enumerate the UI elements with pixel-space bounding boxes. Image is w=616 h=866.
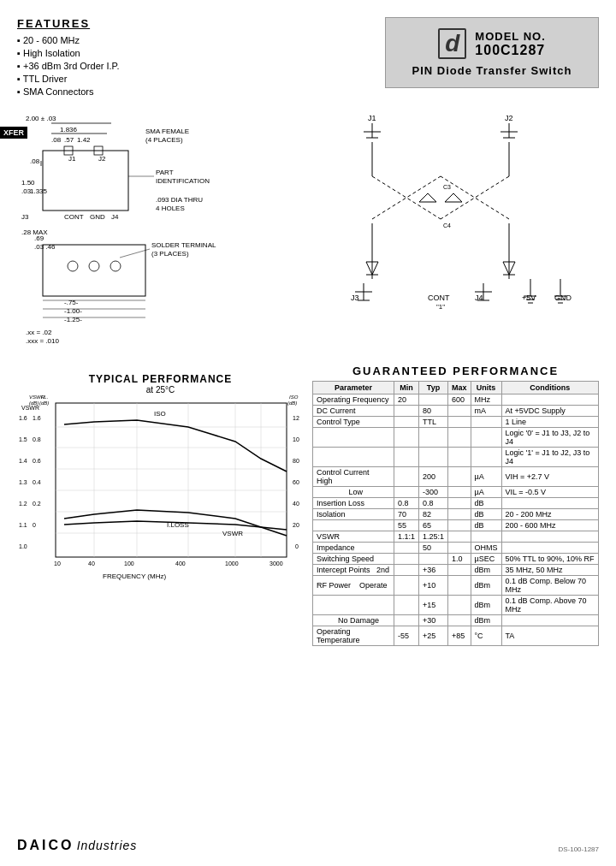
- svg-text:-1.00-: -1.00-: [64, 307, 82, 315]
- svg-text:(dB): (dB): [29, 400, 38, 406]
- product-name: PIN Diode Transfer Switch: [403, 64, 581, 77]
- svg-rect-29: [43, 245, 145, 296]
- svg-text:20: 20: [293, 522, 299, 528]
- svg-text:J2: J2: [505, 114, 513, 122]
- svg-text:C4: C4: [443, 222, 451, 228]
- svg-text:ISO: ISO: [289, 394, 299, 400]
- svg-text:0.2: 0.2: [33, 501, 41, 507]
- svg-text:100: 100: [293, 436, 299, 442]
- svg-text:1.335: 1.335: [30, 187, 48, 195]
- table-row: +15 dBm 0.1 dB Comp. Above 70 MHz: [313, 596, 599, 615]
- svg-text:(dB): (dB): [39, 400, 49, 406]
- svg-text:(4 PLACES): (4 PLACES): [145, 136, 183, 144]
- table-row: Operating Temperature -55 +25 +85 °C TA: [313, 626, 599, 646]
- guaranteed-title: GUARANTEED PERFORMANCE: [312, 365, 599, 377]
- svg-text:.xxx = .010: .xxx = .010: [26, 337, 59, 345]
- company-name: DAICO: [17, 838, 74, 852]
- svg-text:.57: .57: [64, 136, 74, 144]
- feature-item-4: TTL Driver: [17, 74, 385, 84]
- svg-text:"1": "1": [436, 303, 445, 311]
- svg-text:CONT: CONT: [428, 294, 450, 302]
- model-number: 100C1287: [475, 43, 545, 58]
- svg-text:10: 10: [54, 561, 61, 566]
- table-row: Operating Frequency 20 600 MHz: [313, 394, 599, 406]
- performance-table: Parameter Min Typ Max Units Conditions O…: [312, 381, 599, 646]
- guaranteed-performance: GUARANTEED PERFORMANCE Parameter Min Typ…: [312, 365, 599, 646]
- col-min: Min: [394, 382, 418, 394]
- svg-text:SOLDER TERMINAL: SOLDER TERMINAL: [151, 241, 216, 249]
- svg-text:1.2: 1.2: [19, 501, 27, 507]
- svg-rect-9: [43, 151, 128, 211]
- svg-text:1.6: 1.6: [33, 415, 41, 421]
- table-row: Switching Speed 1.0 µSEC 50% TTL to 90%,…: [313, 554, 599, 565]
- svg-text:0: 0: [295, 543, 299, 549]
- svg-text:1.1: 1.1: [19, 522, 27, 528]
- svg-rect-90: [56, 403, 287, 557]
- svg-text:I.L.: I.L.: [41, 394, 48, 400]
- svg-text:2.00 ± .03: 2.00 ± .03: [26, 115, 56, 122]
- svg-text:0.6: 0.6: [33, 458, 41, 464]
- svg-point-32: [110, 261, 121, 271]
- svg-text:0: 0: [33, 522, 36, 528]
- footer: DAICO Industries DS-100-1287: [17, 838, 599, 853]
- table-row: RF Power Operate +10 dBm 0.1 dB Comp. Be…: [313, 576, 599, 596]
- svg-marker-60: [419, 193, 436, 202]
- col-parameter: Parameter: [313, 382, 394, 394]
- svg-text:1.4: 1.4: [19, 458, 27, 464]
- svg-text:40: 40: [88, 561, 95, 566]
- chart-subtitle: at 25°C: [17, 385, 304, 394]
- schematic-svg: J1 J2 C: [317, 108, 607, 356]
- chart-section: TYPICAL PERFORMANCE at 25°C VSWR 1.6 1.5…: [17, 373, 304, 646]
- svg-text:1.5: 1.5: [19, 436, 27, 442]
- svg-text:GND: GND: [554, 294, 572, 302]
- svg-text:3000: 3000: [270, 561, 283, 566]
- table-row: Impedance 50 OHMS: [313, 543, 599, 554]
- svg-text:.08: .08: [30, 157, 40, 165]
- svg-point-30: [68, 261, 78, 271]
- model-no-label: MODEL NO.: [475, 30, 545, 43]
- svg-text:1.6: 1.6: [19, 415, 27, 421]
- mechanical-diagram: 2.00 ± .03 1.836 .08 .57 1.42 SMA FEMALE…: [17, 108, 308, 358]
- daico-footer-logo: DAICO Industries: [17, 838, 137, 853]
- mechanical-svg: 2.00 ± .03 1.836 .08 .57 1.42 SMA FEMALE…: [17, 108, 308, 356]
- svg-text:1.42: 1.42: [77, 136, 91, 144]
- table-row: No Damage +30 dBm: [313, 615, 599, 626]
- svg-text:FREQUENCY (MHz): FREQUENCY (MHz): [103, 572, 166, 580]
- col-typ: Typ: [418, 382, 447, 394]
- schematic-diagram: J1 J2 C: [317, 108, 607, 358]
- doc-number: DS-100-1287: [558, 845, 599, 853]
- daico-logo: d: [438, 28, 466, 59]
- svg-text:80: 80: [293, 458, 299, 464]
- table-row: DC Current 80 mA At +5VDC Supply: [313, 406, 599, 417]
- svg-text:J4: J4: [111, 213, 119, 221]
- features-list: 20 - 600 MHz High Isolation +36 dBm 3rd …: [17, 35, 385, 97]
- col-max: Max: [448, 382, 471, 394]
- svg-text:SMA FEMALE: SMA FEMALE: [145, 128, 189, 135]
- chart-title: TYPICAL PERFORMANCE: [17, 373, 304, 385]
- svg-text:100: 100: [124, 561, 134, 566]
- table-row: Isolation 70 82 dB 20 - 200 MHz: [313, 509, 599, 520]
- table-row: Low -300 µA VIL = -0.5 V: [313, 487, 599, 498]
- performance-chart: VSWR 1.6 1.5 1.4 1.3 1.2 1.1 1.0 1.6 0.8…: [17, 394, 299, 591]
- table-row: VSWR 1.1:1 1.25:1: [313, 531, 599, 543]
- svg-text:1000: 1000: [225, 561, 239, 566]
- svg-text:VSWR: VSWR: [222, 530, 243, 537]
- svg-text:.xx = .02: .xx = .02: [26, 329, 52, 336]
- table-row: 55 65 dB 200 - 600 MHz: [313, 520, 599, 531]
- feature-item-1: 20 - 600 MHz: [17, 35, 385, 45]
- feature-item-3: +36 dBm 3rd Order I.P.: [17, 61, 385, 71]
- svg-text:CONT: CONT: [64, 213, 84, 221]
- svg-text:.69: .69: [34, 234, 44, 242]
- feature-item-2: High Isolation: [17, 48, 385, 58]
- svg-text:.03  .46: .03 .46: [34, 243, 56, 251]
- model-header: d MODEL NO. 100C1287: [403, 28, 581, 59]
- main-content: 2.00 ± .03 1.836 .08 .57 1.42 SMA FEMALE…: [17, 108, 599, 358]
- svg-text:J3: J3: [21, 213, 29, 221]
- svg-text:J2: J2: [98, 155, 106, 163]
- svg-text:.093 DIA THRU: .093 DIA THRU: [156, 196, 203, 204]
- features-section: FEATURES 20 - 600 MHz High Isolation +36…: [17, 17, 385, 99]
- col-units: Units: [471, 382, 501, 394]
- svg-text:-.75-: -.75-: [64, 299, 79, 306]
- svg-text:0.4: 0.4: [33, 479, 41, 485]
- table-row: Logic '1' = J1 to J2, J3 to J4: [313, 448, 599, 467]
